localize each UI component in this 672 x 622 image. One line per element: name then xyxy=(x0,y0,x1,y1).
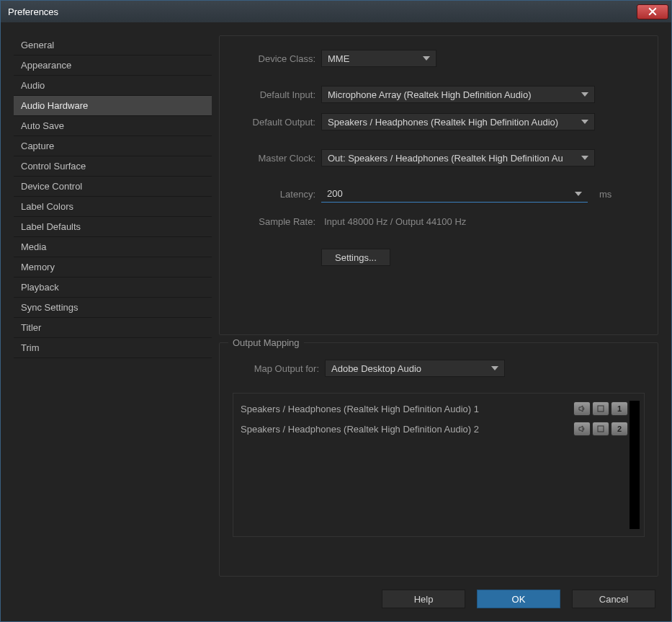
sidebar-item-audio[interactable]: Audio xyxy=(14,76,212,96)
sidebar-item-memory[interactable]: Memory xyxy=(14,257,212,277)
mapping-row-text: Speakers / Headphones (Realtek High Defi… xyxy=(241,404,479,414)
window-title: Preferences xyxy=(8,6,58,17)
output-mapping-title: Output Mapping xyxy=(228,337,304,348)
sidebar-item-label-colors[interactable]: Label Colors xyxy=(14,197,212,217)
scrollbar[interactable] xyxy=(630,401,640,529)
default-input-value: Microphone Array (Realtek High Definitio… xyxy=(328,89,532,100)
mapping-row: Speakers / Headphones (Realtek High Defi… xyxy=(241,421,628,437)
help-button[interactable]: Help xyxy=(382,590,465,608)
settings-panel: Device Class: MME Default Input: Microph… xyxy=(219,35,658,577)
latency-dropdown[interactable]: 200 xyxy=(321,185,588,203)
speaker-icon[interactable] xyxy=(573,401,591,416)
sample-rate-value: Input 48000 Hz / Output 44100 Hz xyxy=(321,216,466,227)
sidebar-item-general[interactable]: General xyxy=(14,35,212,55)
latency-label: Latency: xyxy=(233,189,315,200)
close-button[interactable] xyxy=(637,4,668,19)
sidebar-item-appearance[interactable]: Appearance xyxy=(14,55,212,76)
sidebar-item-titler[interactable]: Titler xyxy=(14,318,212,338)
sidebar-item-sync-settings[interactable]: Sync Settings xyxy=(14,298,212,318)
speaker-icon[interactable] xyxy=(573,422,591,436)
latency-suffix: ms xyxy=(599,189,611,200)
map-output-for-dropdown[interactable]: Adobe Desktop Audio xyxy=(325,360,505,377)
latency-value: 200 xyxy=(327,188,343,199)
titlebar: Preferences xyxy=(1,1,671,22)
output-mapping-group: Output Mapping Map Output for: Adobe Des… xyxy=(219,342,658,577)
svg-rect-0 xyxy=(598,406,604,412)
content-area: GeneralAppearanceAudioAudio HardwareAuto… xyxy=(1,22,671,621)
svg-rect-1 xyxy=(598,426,604,432)
sidebar-item-label-defaults[interactable]: Label Defaults xyxy=(14,217,212,237)
master-clock-label: Master Clock: xyxy=(233,153,315,164)
sidebar-item-capture[interactable]: Capture xyxy=(14,136,212,156)
mapping-list: Speakers / Headphones (Realtek High Defi… xyxy=(233,393,645,537)
link-icon[interactable] xyxy=(592,422,609,436)
link-icon[interactable] xyxy=(592,401,609,416)
settings-button[interactable]: Settings... xyxy=(321,249,390,266)
default-input-dropdown[interactable]: Microphone Array (Realtek High Definitio… xyxy=(321,86,595,103)
chevron-down-icon xyxy=(581,156,588,160)
sidebar-item-audio-hardware[interactable]: Audio Hardware xyxy=(14,96,212,116)
mapping-row-buttons: 1 xyxy=(573,401,628,416)
dialog-button-row: Help OK Cancel xyxy=(14,585,658,608)
chevron-down-icon xyxy=(423,56,430,61)
chevron-down-icon xyxy=(491,366,498,370)
sidebar-item-media[interactable]: Media xyxy=(14,237,212,257)
cancel-button[interactable]: Cancel xyxy=(572,590,655,608)
channel-number-button[interactable]: 1 xyxy=(611,401,628,416)
device-class-value: MME xyxy=(328,53,349,64)
channel-number-button[interactable]: 2 xyxy=(611,422,628,436)
mapping-row: Speakers / Headphones (Realtek High Defi… xyxy=(241,401,628,417)
default-input-label: Default Input: xyxy=(233,89,315,100)
master-clock-dropdown[interactable]: Out: Speakers / Headphones (Realtek High… xyxy=(321,149,595,166)
ok-button[interactable]: OK xyxy=(477,590,560,608)
default-output-label: Default Output: xyxy=(233,117,315,128)
sidebar-item-device-control[interactable]: Device Control xyxy=(14,177,212,197)
sidebar-item-control-surface[interactable]: Control Surface xyxy=(14,156,212,177)
device-group: Device Class: MME Default Input: Microph… xyxy=(219,35,658,335)
chevron-down-icon xyxy=(581,92,588,97)
sidebar-item-auto-save[interactable]: Auto Save xyxy=(14,116,212,136)
map-output-for-value: Adobe Desktop Audio xyxy=(331,363,421,374)
sidebar: GeneralAppearanceAudioAudio HardwareAuto… xyxy=(14,35,212,577)
sample-rate-label: Sample Rate: xyxy=(233,216,315,227)
chevron-down-icon xyxy=(581,120,588,124)
mapping-row-text: Speakers / Headphones (Realtek High Defi… xyxy=(241,424,479,435)
device-class-dropdown[interactable]: MME xyxy=(321,50,436,67)
sidebar-item-playback[interactable]: Playback xyxy=(14,277,212,298)
master-clock-value: Out: Speakers / Headphones (Realtek High… xyxy=(328,153,563,164)
default-output-dropdown[interactable]: Speakers / Headphones (Realtek High Defi… xyxy=(321,113,595,130)
mapping-row-buttons: 2 xyxy=(573,422,628,436)
device-class-label: Device Class: xyxy=(233,53,315,64)
chevron-down-icon xyxy=(575,192,582,196)
close-icon xyxy=(648,7,657,16)
sidebar-item-trim[interactable]: Trim xyxy=(14,338,212,358)
preferences-window: Preferences GeneralAppearanceAudioAudio … xyxy=(0,0,672,622)
map-output-for-label: Map Output for: xyxy=(233,363,319,374)
default-output-value: Speakers / Headphones (Realtek High Defi… xyxy=(328,117,558,128)
